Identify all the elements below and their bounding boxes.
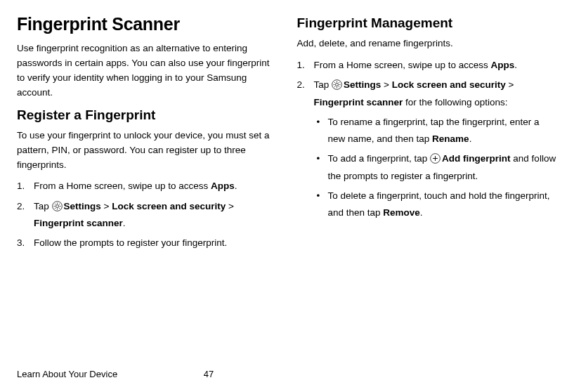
apps-label: Apps	[211, 181, 235, 191]
management-step-2: Tap Settings > Lock screen and security …	[297, 77, 558, 221]
settings-icon	[52, 200, 63, 211]
option-text: .	[469, 133, 472, 144]
heading-register: Register a Fingerprint	[17, 107, 278, 123]
step-text: Tap	[34, 201, 52, 211]
footer-spacer	[380, 369, 557, 379]
gt: >	[384, 79, 392, 90]
svg-line-16	[334, 82, 335, 83]
management-step-1: From a Home screen, swipe up to access A…	[297, 57, 558, 74]
plus-icon	[430, 152, 441, 163]
svg-line-18	[334, 86, 335, 87]
heading-management: Fingerprint Management	[297, 15, 558, 31]
fingerprint-scanner-label: Fingerprint scanner	[314, 97, 403, 107]
gt: >	[104, 201, 112, 211]
gt: >	[509, 79, 514, 90]
settings-label: Settings	[344, 79, 384, 90]
intro-paragraph: Use fingerprint recognition as an altern…	[17, 41, 278, 100]
footer-section-title: Learn About Your Device	[17, 369, 194, 379]
svg-line-19	[339, 82, 339, 83]
step-text: Tap	[314, 79, 332, 90]
step-text: Follow the prompts to register your fing…	[34, 237, 227, 248]
register-steps: From a Home screen, swipe up to access A…	[17, 178, 278, 251]
step-text: From a Home screen, swipe up to access	[314, 60, 491, 70]
register-step-2: Tap Settings > Lock screen and security …	[17, 198, 278, 233]
page-number: 47	[194, 369, 381, 379]
rename-label: Rename	[432, 133, 469, 144]
register-step-3: Follow the prompts to register your fing…	[17, 235, 278, 251]
option-add: To add a fingerprint, tap Add fingerprin…	[314, 150, 558, 185]
lock-screen-label: Lock screen and security	[392, 79, 509, 90]
svg-line-7	[58, 208, 59, 209]
step-text: .	[123, 218, 126, 228]
fingerprint-scanner-label: Fingerprint scanner	[34, 218, 123, 228]
page-footer: Learn About Your Device 47	[17, 369, 557, 379]
svg-line-9	[58, 204, 59, 204]
settings-icon	[332, 79, 342, 89]
svg-line-8	[54, 208, 55, 209]
option-delete: To delete a fingerprint, touch and hold …	[314, 188, 558, 222]
page-title: Fingerprint Scanner	[17, 14, 278, 34]
management-steps: From a Home screen, swipe up to access A…	[297, 57, 558, 222]
gt: >	[228, 201, 234, 211]
svg-line-17	[339, 86, 339, 87]
option-text: To add a fingerprint, tap	[328, 153, 431, 164]
svg-point-11	[336, 84, 339, 86]
option-text: To delete a fingerprint, touch and hold …	[328, 190, 550, 218]
register-step-1: From a Home screen, swipe up to access A…	[17, 178, 278, 195]
step-text: .	[514, 60, 517, 70]
step-text: for the following options:	[403, 97, 507, 107]
step-text: From a Home screen, swipe up to access	[34, 181, 211, 191]
left-column: Fingerprint Scanner Use fingerprint reco…	[17, 14, 278, 255]
apps-label: Apps	[491, 60, 515, 70]
right-column: Fingerprint Management Add, delete, and …	[297, 14, 558, 255]
svg-line-6	[54, 204, 55, 204]
lock-screen-label: Lock screen and security	[112, 201, 228, 211]
option-rename: To rename a fingerprint, tap the fingerp…	[314, 114, 558, 148]
option-text: .	[420, 207, 423, 218]
settings-label: Settings	[64, 201, 104, 211]
step-text: .	[235, 181, 237, 191]
management-options: To rename a fingerprint, tap the fingerp…	[314, 114, 558, 222]
remove-label: Remove	[383, 207, 420, 218]
svg-point-1	[56, 204, 58, 207]
register-description: To use your fingerprint to unlock your d…	[17, 129, 278, 173]
add-fingerprint-label: Add fingerprint	[442, 153, 511, 164]
management-description: Add, delete, and rename fingerprints.	[297, 37, 558, 51]
